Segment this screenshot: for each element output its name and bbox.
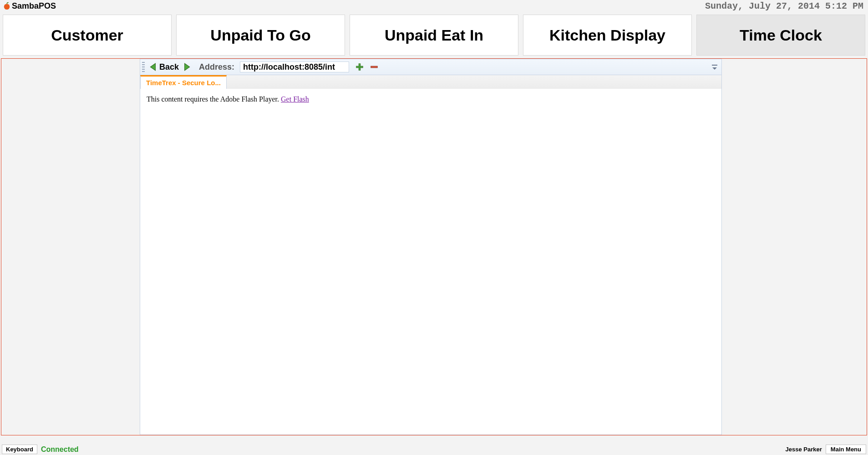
svg-rect-2 <box>356 66 363 68</box>
datetime: Sunday, July 27, 2014 5:12 PM <box>705 1 865 11</box>
content-right-pad <box>722 59 867 435</box>
main-menu-button[interactable]: Main Menu <box>826 445 866 454</box>
app-logo: SambaPOS <box>3 1 56 11</box>
address-label: Address: <box>199 62 234 72</box>
tab-label: Time Clock <box>740 26 822 44</box>
keyboard-button[interactable]: Keyboard <box>2 445 37 454</box>
back-label: Back <box>159 62 179 72</box>
toolbar-menu-icon[interactable] <box>711 64 718 70</box>
add-button[interactable] <box>355 63 364 71</box>
sambapos-icon <box>3 2 11 10</box>
svg-point-0 <box>4 4 10 10</box>
browser-tab-title: TimeTrex - Secure Lo... <box>146 79 221 87</box>
tab-kitchen-display[interactable]: Kitchen Display <box>523 15 692 56</box>
get-flash-link[interactable]: Get Flash <box>281 95 309 103</box>
footer-left: Keyboard Connected <box>0 444 79 455</box>
arrow-left-icon <box>148 62 158 72</box>
embedded-browser: Back Address: http://localhost:8085/int <box>140 59 722 435</box>
content-area: Back Address: http://localhost:8085/int <box>1 58 867 435</box>
remove-button[interactable] <box>370 63 378 71</box>
tab-label: Customer <box>51 26 123 44</box>
tab-time-clock[interactable]: Time Clock <box>696 15 865 56</box>
app-name: SambaPOS <box>12 1 56 11</box>
footer-right: Jesse Parker Main Menu <box>782 444 868 455</box>
browser-toolbar: Back Address: http://localhost:8085/int <box>140 59 722 75</box>
nav-tabs: Customer Unpaid To Go Unpaid Eat In Kitc… <box>0 12 868 58</box>
tab-customer[interactable]: Customer <box>3 15 172 56</box>
tab-label: Unpaid To Go <box>210 26 310 44</box>
keyboard-label: Keyboard <box>6 446 33 453</box>
content-text: This content requires the Adobe Flash Pl… <box>147 95 281 103</box>
browser-content: This content requires the Adobe Flash Pl… <box>140 89 722 435</box>
address-input[interactable]: http://localhost:8085/int <box>240 61 349 72</box>
browser-tab[interactable]: TimeTrex - Secure Lo... <box>140 75 227 89</box>
tab-label: Unpaid Eat In <box>385 26 483 44</box>
svg-rect-4 <box>712 65 717 66</box>
tab-unpaid-eat-in[interactable]: Unpaid Eat In <box>350 15 518 56</box>
browser-tab-strip: TimeTrex - Secure Lo... <box>140 75 722 89</box>
content-left-pad <box>1 59 140 435</box>
tab-unpaid-to-go[interactable]: Unpaid To Go <box>176 15 345 56</box>
header-strip: SambaPOS Sunday, July 27, 2014 5:12 PM <box>0 0 868 12</box>
svg-rect-3 <box>371 66 377 68</box>
tab-label: Kitchen Display <box>549 26 665 44</box>
footer: Keyboard Connected Jesse Parker Main Men… <box>0 444 868 455</box>
forward-button[interactable] <box>182 62 192 72</box>
back-button[interactable]: Back <box>148 62 179 72</box>
main-menu-label: Main Menu <box>831 446 861 453</box>
address-value: http://localhost:8085/int <box>243 62 335 72</box>
user-name: Jesse Parker <box>782 444 826 455</box>
connection-status: Connected <box>39 444 79 455</box>
toolbar-grip-icon <box>142 62 145 72</box>
